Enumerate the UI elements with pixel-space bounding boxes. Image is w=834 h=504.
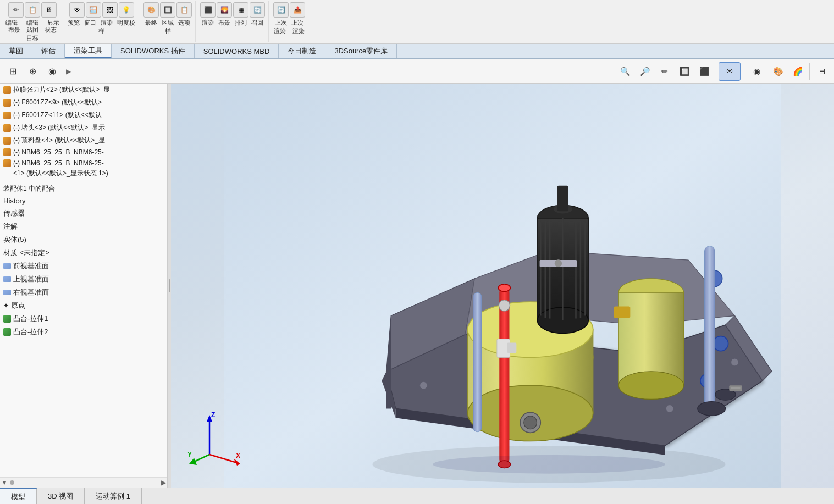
scroll-dot <box>10 480 14 485</box>
menu-group-3: 🎨 🔲 📋 最终 区域 选项 样 <box>140 1 196 42</box>
monitor-btn[interactable]: 🖥 <box>812 62 831 81</box>
menu-label-paste: 贴图 <box>26 26 38 33</box>
tree-text-7: (-) NBM6_25_25_B_NBM6-25- <box>13 159 104 167</box>
main-layout: 拉膜张力片<2> (默认<<默认>_显 (-) F6001ZZ<9> (默认<<… <box>0 84 834 488</box>
label-recall: 召回 <box>251 19 263 27</box>
separator-tree-1 <box>0 181 167 181</box>
sphere-btn[interactable]: ◉ <box>43 62 62 81</box>
brightness-btn[interactable]: 💡 <box>119 2 134 18</box>
label-arrange: 排列 <box>235 19 247 27</box>
layout-btn[interactable]: ⬛ <box>200 2 216 18</box>
svg-point-15 <box>618 372 683 400</box>
appearance-btn[interactable]: 🎨 <box>769 62 787 81</box>
tree-item-f6001zz9[interactable]: (-) F6001ZZ<9> (默认<<默认> <box>0 96 167 109</box>
bottom-tabs: 模型 3D 视图 运动算例 1 <box>0 488 834 504</box>
svg-point-51 <box>433 455 665 474</box>
tree-item-boss2[interactable]: 凸台-拉伸2 <box>0 325 167 339</box>
grid-btn[interactable]: ⊞ <box>3 62 22 81</box>
scene-btn[interactable]: 🌄 <box>217 2 232 18</box>
orient-btn[interactable]: ◉ <box>745 62 767 81</box>
export-btn[interactable]: 📤 <box>290 2 305 18</box>
tab-3dsource[interactable]: 3DSource零件库 <box>325 44 397 58</box>
menu-bar: ✏ 📋 🖥 编辑 编辑 显示 布景 贴图 状态 目标 👁 🪟 <box>0 0 834 44</box>
tree-item-right-plane[interactable]: 右视基准面 <box>0 286 167 299</box>
tree-text-sensors: 传感器 <box>3 208 25 218</box>
edit2-btn[interactable]: 📋 <box>25 2 40 18</box>
tree-text-boss2: 凸台-拉伸2 <box>13 327 48 337</box>
component-icon-5 <box>3 137 11 145</box>
display-btn[interactable]: 🖥 <box>41 2 57 18</box>
tree-item-tension[interactable]: 拉膜张力片<2> (默认<<默认>_显 <box>0 84 167 96</box>
tree-item-sensors[interactable]: 传感器 <box>0 207 167 220</box>
tree-item-origin[interactable]: ✦ 原点 <box>0 299 167 312</box>
svg-rect-31 <box>473 292 482 431</box>
render-btn[interactable]: 🖼 <box>102 2 118 18</box>
label-last: 上次 <box>275 19 287 27</box>
tab-render-tools[interactable]: 渲染工具 <box>65 44 112 58</box>
bottom-tab-3dview[interactable]: 3D 视图 <box>37 488 85 504</box>
display-style-btn[interactable]: 👁 <box>719 62 741 81</box>
svg-line-55 <box>209 455 237 463</box>
bottom-tab-model[interactable]: 模型 <box>0 488 37 504</box>
tree-item-top-plane[interactable]: 上视基准面 <box>0 273 167 286</box>
label-region: 区域 <box>162 19 174 27</box>
menu-group-2: 👁 🪟 🖼 💡 预览 窗口 渲染 明度校 样 <box>64 1 139 42</box>
edit-btn[interactable]: ✏ <box>8 2 24 18</box>
svg-rect-32 <box>705 246 715 409</box>
svg-point-47 <box>666 405 673 413</box>
feature-icon-2 <box>3 328 11 336</box>
tree-item-nbm2[interactable]: (-) NBM6_25_25_B_NBM6-25- <box>0 158 167 169</box>
tree-text-8-cont: <1> (默认<<默认>_显示状态 1>) <box>0 169 167 180</box>
scroll-down-btn[interactable]: ▼ <box>1 479 8 486</box>
final-btn[interactable]: 🎨 <box>143 2 159 18</box>
tree-item-tray4[interactable]: (-) 顶料盘<4> (默认<<默认>_显 <box>0 134 167 147</box>
color-btn[interactable]: 🌈 <box>788 62 807 81</box>
options-btn[interactable]: 📋 <box>176 2 192 18</box>
label-last2: 上次 <box>291 19 303 27</box>
tree-item-annotations[interactable]: 注解 <box>0 220 167 233</box>
svg-text:X: X <box>236 452 240 459</box>
tree-item-boss1[interactable]: 凸台-拉伸1 <box>0 312 167 325</box>
tree-text-5: (-) 顶料盘<4> (默认<<默认>_显 <box>13 136 105 145</box>
tree-item-mates[interactable]: 装配体1 中的配合 <box>0 182 167 195</box>
view-box-btn[interactable]: 🔲 <box>675 62 694 81</box>
arrange-btn[interactable]: ▦ <box>233 2 248 18</box>
region-btn[interactable]: 🔲 <box>160 2 175 18</box>
expand-right-btn[interactable]: ▶ <box>161 479 166 486</box>
tree-item-material[interactable]: 材质 <未指定> <box>0 246 167 259</box>
preview-btn[interactable]: 👁 <box>69 2 85 18</box>
svg-rect-50 <box>731 387 741 389</box>
view-options-btn[interactable]: ⬛ <box>695 62 714 81</box>
component-icon-4 <box>3 124 11 132</box>
tab-evaluate[interactable]: 评估 <box>32 44 65 58</box>
component-icon-2 <box>3 99 11 107</box>
sketch-btn[interactable]: ✏ <box>655 62 674 81</box>
tree-item-plug3[interactable]: (-) 堵头<3> (默认<<默认>_显示 <box>0 121 167 134</box>
tab-sw-plugins[interactable]: SOLIDWORKS 插件 <box>112 44 195 58</box>
zoom-in-btn[interactable]: 🔎 <box>636 62 654 81</box>
last-render-btn[interactable]: 🔄 <box>273 2 289 18</box>
expand-arrow-btn[interactable]: ▶ <box>63 62 74 81</box>
separator-1 <box>716 63 716 80</box>
tree-item-f6001zz11[interactable]: (-) F6001ZZ<11> (默认<<默认 <box>0 109 167 121</box>
recall-btn[interactable]: 🔄 <box>250 2 265 18</box>
tree-item-front-plane[interactable]: 前视基准面 <box>0 259 167 273</box>
crosshair-btn[interactable]: ⊕ <box>23 62 42 81</box>
window-btn[interactable]: 🪟 <box>86 2 101 18</box>
bottom-tab-motion[interactable]: 运动算例 1 <box>85 488 142 504</box>
svg-point-38 <box>499 300 510 311</box>
label-render: 渲染 <box>101 19 113 27</box>
tab-sketch[interactable]: 草图 <box>0 44 32 58</box>
tree-text-history: History <box>3 197 25 205</box>
label-sample2: 样 <box>165 27 171 34</box>
tab-manufacturing[interactable]: 今日制造 <box>279 44 325 58</box>
viewport[interactable]: Z X Y <box>171 84 834 488</box>
tab-sw-mbd[interactable]: SOLIDWORKS MBD <box>195 44 279 58</box>
label-final: 最终 <box>145 19 157 27</box>
tree-item-history[interactable]: History <box>0 195 167 207</box>
tree-item-nbm1[interactable]: (-) NBM6_25_25_B_NBM6-25- <box>0 147 167 158</box>
left-panel-scroll[interactable]: 拉膜张力片<2> (默认<<默认>_显 (-) F6001ZZ<9> (默认<<… <box>0 84 167 477</box>
component-icon-3 <box>3 112 11 119</box>
tree-item-solids[interactable]: 实体(5) <box>0 233 167 246</box>
zoom-fit-btn[interactable]: 🔍 <box>616 62 634 81</box>
